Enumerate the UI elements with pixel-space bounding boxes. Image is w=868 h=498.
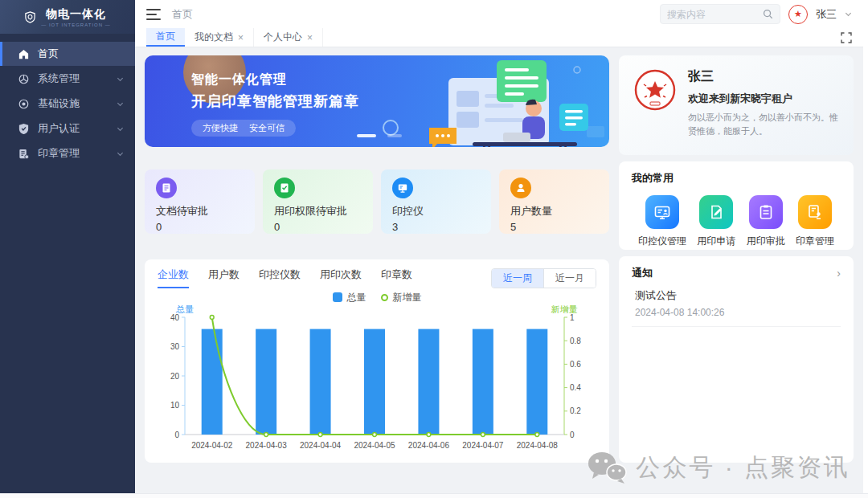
svg-text:2024-04-02: 2024-04-02 — [191, 441, 233, 450]
banner-illustration — [368, 55, 609, 147]
system-icon — [18, 73, 30, 85]
stat-card-docs-pending[interactable]: 文档待审批 0 — [145, 169, 255, 234]
favorite-label: 印章管理 — [796, 235, 834, 248]
stat-label: 用印权限待审批 — [274, 204, 362, 218]
fullscreen-icon[interactable] — [841, 32, 852, 43]
id-card-icon — [653, 203, 671, 221]
stat-card-seal-perm-pending[interactable]: 用印权限待审批 0 — [263, 169, 373, 234]
favorite-label: 用印审批 — [747, 235, 785, 248]
svg-text:2024-04-07: 2024-04-07 — [462, 441, 504, 450]
tab-bar: 首页 我的文档 × 个人中心 × — [135, 28, 863, 47]
range-week-button[interactable]: 近一周 — [492, 269, 543, 288]
username: 张三 — [816, 7, 837, 22]
search-box[interactable] — [660, 4, 780, 24]
user-icon — [515, 182, 526, 194]
stat-value: 0 — [274, 221, 362, 233]
svg-text:0.8: 0.8 — [570, 337, 581, 345]
range-month-button[interactable]: 近一月 — [543, 269, 596, 288]
svg-text:30: 30 — [170, 342, 180, 351]
notice-item-time: 2024-04-08 14:00:26 — [635, 307, 837, 318]
chart-tab-users[interactable]: 用户数 — [208, 267, 240, 288]
stat-card-user-count[interactable]: 用户数量 5 — [499, 169, 609, 234]
stat-card-seal-controller[interactable]: 印控仪 3 — [381, 169, 491, 234]
sidebar-item-system[interactable]: 系统管理 — [0, 67, 135, 91]
avatar[interactable]: ★ — [788, 5, 808, 24]
svg-text:2024-04-08: 2024-04-08 — [517, 441, 559, 450]
sidebar-item-label: 首页 — [38, 47, 59, 61]
shield-logo-icon — [24, 11, 36, 23]
page: 物电一体化 — IOT INTEGRATION — 首页 系统管理 — [0, 0, 868, 498]
stat-value: 5 — [510, 221, 598, 233]
tab-my-documents[interactable]: 我的文档 × — [185, 28, 254, 47]
sidebar-menu: 首页 系统管理 基础设施 — [0, 42, 135, 166]
svg-text:1: 1 — [570, 313, 575, 322]
favorite-seal-approval[interactable]: 用印审批 — [747, 195, 785, 248]
chevron-down-icon[interactable] — [845, 10, 852, 18]
welcome-text: 欢迎来到新宋晓宇租户 — [688, 92, 839, 106]
sidebar-item-home[interactable]: 首页 — [0, 42, 135, 66]
user-name: 张三 — [688, 68, 839, 85]
favorite-seal-controller-mgmt[interactable]: 印控仪管理 — [638, 195, 686, 248]
sidebar-item-label: 用户认证 — [38, 121, 80, 136]
chart-legend: 总量 新增量 — [158, 290, 596, 304]
svg-text:2024-04-05: 2024-04-05 — [354, 441, 395, 450]
banner-badge: 安全可信 — [249, 122, 285, 134]
chart-tab-controllers[interactable]: 印控仪数 — [259, 267, 301, 288]
chevron-down-icon — [117, 125, 124, 133]
svg-text:0.6: 0.6 — [570, 360, 581, 369]
banner-badges: 方便快捷 安全可信 — [191, 120, 296, 137]
favorite-seal-apply[interactable]: 用印申请 — [697, 195, 735, 248]
tab-label: 我的文档 — [194, 31, 233, 44]
svg-text:20: 20 — [170, 372, 180, 381]
tab-home[interactable]: 首页 — [146, 28, 185, 47]
sidebar-item-label: 基础设施 — [38, 96, 80, 111]
banner-title-2: 开启印章智能管理新篇章 — [191, 92, 359, 111]
carousel-dot[interactable] — [387, 134, 402, 137]
svg-text:2024-04-03: 2024-04-03 — [246, 441, 288, 450]
app-window: 物电一体化 — IOT INTEGRATION — 首页 系统管理 — [0, 0, 863, 493]
collapse-sidebar-icon[interactable] — [146, 9, 161, 20]
notice-item[interactable]: 测试公告 2024-04-08 14:00:26 — [632, 288, 841, 327]
main-area: 首页 ★ 张三 首页 — [135, 0, 863, 493]
legend-total-swatch — [333, 292, 342, 302]
chart-tab-seals[interactable]: 印章数 — [381, 267, 412, 288]
window-edge-bottom — [0, 493, 868, 498]
banner-badge: 方便快捷 — [203, 122, 238, 134]
hero-banner[interactable]: 智能一体化管理 开启印章智能管理新篇章 方便快捷 安全可信 — [145, 55, 609, 147]
chart-tab-enterprise[interactable]: 企业数 — [158, 267, 189, 288]
sidebar-item-infrastructure[interactable]: 基础设施 — [0, 92, 135, 116]
chart-tab-seal-uses[interactable]: 用印次数 — [320, 267, 362, 288]
seal-doc-icon — [806, 203, 824, 221]
clipboard-icon — [757, 203, 775, 221]
sidebar-item-label: 印章管理 — [38, 146, 80, 161]
chevron-right-icon[interactable]: › — [837, 267, 841, 280]
svg-text:0.4: 0.4 — [570, 383, 581, 392]
stat-value: 3 — [392, 221, 480, 233]
svg-text:0.2: 0.2 — [570, 406, 581, 415]
stat-cards: 文档待审批 0 用印权限待审批 0 — [145, 169, 609, 234]
sidebar-item-seal-mgmt[interactable]: 印章管理 — [0, 141, 135, 165]
favorite-label: 印控仪管理 — [638, 235, 686, 248]
search-icon[interactable] — [763, 9, 773, 19]
logo-subtitle: — IOT INTEGRATION — — [41, 22, 110, 27]
svg-text:0: 0 — [174, 431, 179, 439]
svg-text:2024-04-06: 2024-04-06 — [408, 441, 450, 450]
sidebar-item-user-auth[interactable]: 用户认证 — [0, 116, 135, 141]
seal-doc-icon — [18, 148, 30, 160]
favorites-card: 我的常用 — [619, 161, 854, 250]
carousel-dot-active[interactable] — [357, 134, 376, 137]
favorite-seal-mgmt[interactable]: 印章管理 — [796, 195, 834, 248]
breadcrumb: 首页 — [172, 7, 193, 22]
close-icon[interactable]: × — [307, 33, 313, 43]
tab-personal-center[interactable]: 个人中心 × — [254, 28, 323, 47]
favorites-title: 我的常用 — [632, 171, 841, 186]
carousel-dots[interactable] — [357, 134, 402, 137]
svg-text:40: 40 — [170, 313, 180, 322]
infrastructure-icon — [18, 98, 30, 110]
search-input[interactable] — [667, 9, 758, 20]
home-icon — [18, 48, 30, 60]
apply-doc-icon — [707, 203, 725, 221]
close-icon[interactable]: × — [238, 33, 244, 43]
motto-text: 勿以恶小而为之，勿以善小而不为。惟贤惟德，能服于人。 — [688, 111, 839, 137]
shield-check-icon — [18, 123, 30, 135]
